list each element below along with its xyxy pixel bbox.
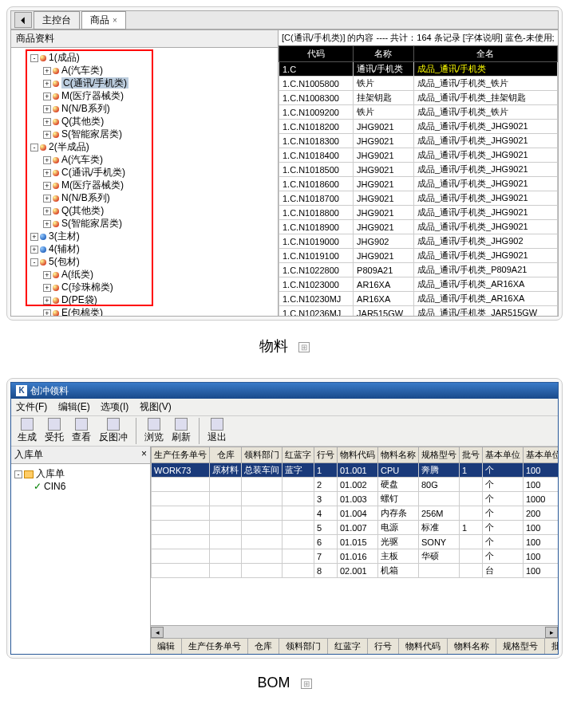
expander-icon[interactable]: +: [43, 80, 51, 88]
expander-icon[interactable]: +: [43, 105, 51, 113]
menu-edit[interactable]: 编辑(E): [58, 401, 90, 412]
expander-icon[interactable]: +: [43, 131, 51, 139]
table-row[interactable]: 1.C.N1022800P809A21成品_通讯/手机类_P809A21: [279, 263, 558, 277]
table-row[interactable]: 1.C.N1018300JHG9021成品_通讯/手机类_JHG9021: [279, 134, 558, 148]
expander-icon[interactable]: +: [43, 195, 51, 203]
close-icon[interactable]: ×: [141, 448, 147, 462]
col-header[interactable]: 批号: [460, 447, 483, 463]
table-row[interactable]: 1.C.N1018600JHG9021成品_通讯/手机类_JHG9021: [279, 177, 558, 191]
expander-icon[interactable]: +: [43, 169, 51, 177]
expander-icon[interactable]: +: [43, 67, 51, 75]
col-header[interactable]: 基本单位申请数量: [524, 447, 559, 463]
footer-col[interactable]: 物料名称: [448, 639, 496, 654]
scroll-left-icon[interactable]: ◂: [151, 627, 164, 638]
tree-node[interactable]: 2(半成品): [49, 141, 89, 152]
expander-icon[interactable]: -: [14, 470, 22, 478]
col-header[interactable]: 物料代码: [338, 447, 378, 463]
col-code[interactable]: 代码: [279, 46, 354, 62]
tree-node[interactable]: A(纸类): [61, 269, 93, 280]
toolbar-刷新[interactable]: 刷新: [170, 418, 192, 444]
tree-node[interactable]: M(医疗器械类): [61, 179, 124, 191]
expander-icon[interactable]: +: [43, 118, 51, 126]
col-header[interactable]: 红蓝字: [283, 447, 314, 463]
table-row[interactable]: 1.C.N1008300挂架钥匙成品_通讯/手机类_挂架钥匙: [279, 91, 558, 105]
tree-node[interactable]: A(汽车类): [61, 154, 103, 165]
expander-icon[interactable]: -: [30, 258, 38, 266]
toolbar-反图冲[interactable]: 反图冲: [97, 418, 129, 444]
hscrollbar[interactable]: ◂ ▸: [151, 625, 558, 638]
toolbar-生成[interactable]: 生成: [16, 418, 38, 444]
titlebar[interactable]: K 创冲领料: [11, 383, 558, 399]
table-row[interactable]: 1.C.N10236MJJAR515GW成品_通讯/手机类_JAR515GW: [279, 306, 558, 317]
menu-option[interactable]: 选项(I): [101, 401, 128, 412]
expander-icon[interactable]: +: [43, 297, 51, 305]
table-row[interactable]: 701.016主板华硕个100: [152, 549, 559, 564]
table-row[interactable]: 1.C.N1018200JHG9021成品_通讯/手机类_JHG9021: [279, 120, 558, 134]
category-tree[interactable]: -1(成品) +A(汽车类) +C(通讯/手机类) +M(医疗器械类) +N(N…: [11, 48, 278, 316]
inbound-tree[interactable]: -入库单 ✓CIN6: [11, 464, 150, 654]
footer-col[interactable]: 行号: [368, 639, 399, 654]
expander-icon[interactable]: +: [30, 246, 38, 254]
tree-node[interactable]: C(通讯/手机类): [61, 167, 125, 178]
tree-node[interactable]: 3(主材): [49, 230, 80, 242]
tab-main[interactable]: 主控台: [34, 11, 80, 30]
tree-node[interactable]: A(汽车类): [61, 65, 103, 76]
expander-icon[interactable]: +: [43, 156, 51, 164]
toolbar-受托[interactable]: 受托: [43, 418, 65, 444]
expander-icon[interactable]: +: [30, 233, 38, 241]
tree-node[interactable]: E(包棉类): [61, 307, 103, 316]
expander-icon[interactable]: +: [43, 207, 51, 215]
footer-col[interactable]: 仓库: [248, 639, 279, 654]
tree-node[interactable]: M(医疗器械类): [61, 90, 124, 101]
footer-col[interactable]: 批号: [545, 639, 558, 654]
tree-child[interactable]: CIN6: [44, 481, 65, 492]
tree-node[interactable]: 5(包材): [49, 256, 80, 267]
material-grid[interactable]: 生产任务单号仓库领料部门红蓝字行号物料代码物料名称规格型号批号基本单位基本单位申…: [151, 447, 558, 625]
footer-col[interactable]: 编辑: [151, 639, 182, 654]
expander-icon[interactable]: +: [43, 220, 51, 228]
expander-icon[interactable]: +: [43, 271, 51, 279]
table-row[interactable]: 501.007电源标准1个100: [152, 521, 559, 535]
expander-icon[interactable]: -: [30, 54, 38, 62]
table-row[interactable]: 1.C.N1005800铁片成品_通讯/手机类_铁片: [279, 77, 558, 91]
table-row[interactable]: 1.C.N10230MJAR16XA成品_通讯/手机类_AR16XA: [279, 292, 558, 306]
footer-col[interactable]: 规格型号: [496, 639, 545, 654]
tree-node-selected[interactable]: C(通讯/手机类): [61, 77, 128, 89]
table-row[interactable]: 1.C.N1019000JHG902成品_通讯/手机类_JHG902: [279, 234, 558, 249]
col-header[interactable]: 规格型号: [419, 447, 460, 463]
table-row[interactable]: 1.C通讯/手机类成品_通讯/手机类: [279, 62, 558, 77]
footer-col[interactable]: 物料代码: [399, 639, 448, 654]
tree-node[interactable]: C(珍珠棉类): [61, 281, 113, 293]
table-row[interactable]: 1.C.N1018500JHG9021成品_通讯/手机类_JHG9021: [279, 163, 558, 177]
tree-node[interactable]: Q(其他类): [61, 116, 104, 127]
goods-grid[interactable]: 代码 名称 全名 1.C通讯/手机类成品_通讯/手机类1.C.N1005800铁…: [279, 45, 558, 316]
scroll-right-icon[interactable]: ▸: [545, 627, 558, 638]
table-row[interactable]: 1.C.N1018400JHG9021成品_通讯/手机类_JHG9021: [279, 148, 558, 163]
expander-icon[interactable]: +: [43, 92, 51, 100]
tree-node[interactable]: 1(成品): [49, 52, 80, 63]
close-icon[interactable]: ×: [113, 16, 117, 25]
table-row[interactable]: 201.002硬盘80G个100: [152, 478, 559, 492]
tree-node[interactable]: D(PE袋): [61, 294, 97, 305]
tree-node[interactable]: N(N/B系列): [61, 103, 110, 114]
tab-goods[interactable]: 商品 ×: [81, 11, 126, 30]
table-row[interactable]: 601.015光驱SONY个100: [152, 535, 559, 549]
tree-root[interactable]: 入库单: [36, 468, 65, 479]
table-row[interactable]: 1.C.N1009200铁片成品_通讯/手机类_铁片: [279, 105, 558, 120]
menu-file[interactable]: 文件(F): [16, 401, 47, 412]
table-row[interactable]: 301.003螺钉个1000: [152, 492, 559, 506]
back-button[interactable]: ⏴: [14, 12, 32, 28]
toolbar-浏览[interactable]: 浏览: [143, 418, 165, 444]
expander-icon[interactable]: +: [43, 284, 51, 292]
footer-col[interactable]: 领料部门: [279, 639, 328, 654]
table-row[interactable]: 1.C.N1018700JHG9021成品_通讯/手机类_JHG9021: [279, 191, 558, 206]
col-header[interactable]: 物料名称: [378, 447, 419, 463]
col-header[interactable]: 生产任务单号: [152, 447, 210, 463]
tree-node[interactable]: 4(辅材): [49, 243, 80, 254]
table-row[interactable]: 401.004内存条256M个200: [152, 506, 559, 521]
table-row[interactable]: WORK73原材料总装车间蓝字101.001CPU奔腾1个100: [152, 463, 559, 478]
tree-node[interactable]: Q(其他类): [61, 205, 104, 216]
footer-col[interactable]: 红蓝字: [328, 639, 368, 654]
col-fullname[interactable]: 全名: [413, 46, 557, 62]
tree-node[interactable]: S(智能家居类): [61, 128, 122, 140]
